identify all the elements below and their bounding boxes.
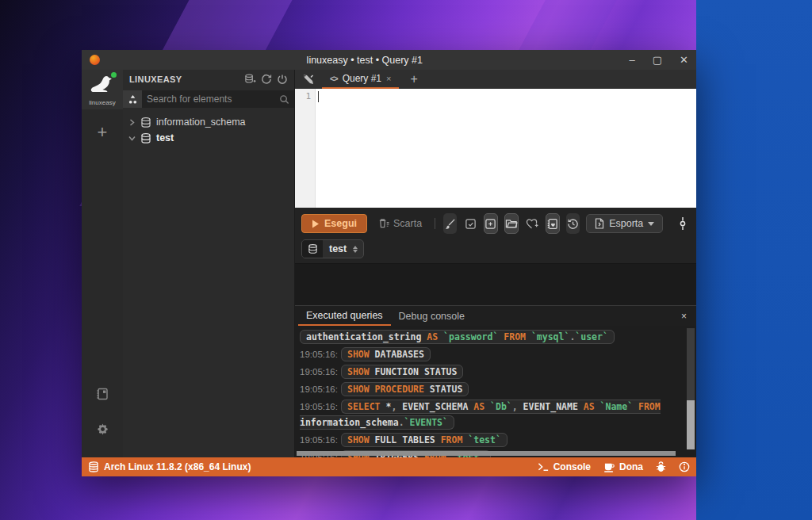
chevron-down-icon <box>128 136 136 141</box>
vertical-scrollbar[interactable] <box>687 328 695 449</box>
console-panel: Executed queries Debug console × authent… <box>295 305 696 457</box>
tree-item-test[interactable]: test <box>123 130 294 146</box>
log-entry: 19:05:16:SHOW FUNCTION STATUS <box>300 364 682 380</box>
add-connection-button[interactable]: + <box>98 124 108 141</box>
caret-down-icon <box>648 222 654 226</box>
maximize-button[interactable]: ▢ <box>653 54 662 66</box>
connection-label: linuxeasy <box>82 99 123 106</box>
disconnect-power-icon[interactable] <box>277 74 288 85</box>
settings-gear-icon[interactable] <box>95 422 110 437</box>
titlebar[interactable]: linuxeasy • test • Query #1 – ▢ ✕ <box>82 50 696 70</box>
schema-selector-value: test <box>323 243 353 254</box>
code-icon: <> <box>330 75 338 83</box>
tab-executed-queries[interactable]: Executed queries <box>298 306 391 326</box>
tab-close-icon[interactable]: × <box>386 74 391 83</box>
notes-icon[interactable] <box>95 387 109 401</box>
new-database-icon[interactable] <box>244 74 256 85</box>
database-tree: information_schema test <box>123 111 294 149</box>
sql-editor: 1 <box>295 89 696 208</box>
tab-debug-console[interactable]: Debug console <box>391 306 473 326</box>
saved-queries-notebook-icon[interactable] <box>546 213 560 234</box>
search-icon <box>279 94 289 105</box>
console-toggle-button[interactable]: Console <box>538 461 591 472</box>
about-info-icon[interactable] <box>679 461 690 472</box>
format-brush-icon[interactable] <box>443 213 458 234</box>
app-icon <box>90 55 100 65</box>
horizontal-scrollbar-thumb[interactable] <box>297 451 676 456</box>
add-favorite-heart-icon[interactable] <box>525 213 539 234</box>
database-icon <box>140 133 151 143</box>
status-bar: Arch Linux 11.8.2 (x86_64 Linux) Console… <box>82 457 696 476</box>
unfold-icon <box>353 246 358 253</box>
window-title: linuxeasy • test • Query #1 <box>100 55 630 66</box>
server-database-icon <box>88 461 99 472</box>
run-button[interactable]: Esegui <box>301 214 367 233</box>
log-entry: 19:05:16:SELECT *, EVENT_SCHEMA AS `Db`,… <box>300 399 682 430</box>
refresh-icon[interactable] <box>261 74 272 85</box>
schema-selector[interactable]: test <box>301 239 364 258</box>
close-button[interactable]: ✕ <box>680 54 688 66</box>
toolbar-divider <box>435 218 435 229</box>
tab-query-1[interactable]: <> Query #1 × <box>322 70 399 89</box>
discard-button[interactable]: Scarta <box>373 215 427 232</box>
tools-wrench-icon[interactable] <box>295 70 322 89</box>
tab-label: Query #1 <box>343 73 381 84</box>
query-commit-icon[interactable] <box>676 213 690 234</box>
horizontal-scrollbar[interactable] <box>297 451 684 456</box>
tree-item-information-schema[interactable]: information_schema <box>123 114 294 130</box>
run-button-label: Esegui <box>324 218 357 229</box>
console-close-icon[interactable]: × <box>675 311 693 322</box>
app-window: linuxeasy • test • Query #1 – ▢ ✕ linuxe… <box>82 50 696 476</box>
wallpaper-blue-band <box>696 0 812 520</box>
tree-item-label: test <box>156 132 174 143</box>
text-cursor <box>318 91 319 102</box>
export-button-label: Esporta <box>609 218 643 229</box>
search-input[interactable] <box>142 94 279 105</box>
results-area <box>295 263 696 305</box>
save-file-icon[interactable] <box>463 213 477 234</box>
save-file-as-icon[interactable] <box>484 213 498 234</box>
log-entry: authentication_string AS `password` FROM… <box>300 329 682 345</box>
tree-item-label: information_schema <box>156 117 246 128</box>
minimize-button[interactable]: – <box>630 54 635 66</box>
connection-rail: linuxeasy + <box>82 70 123 457</box>
sea-lion-logo-icon <box>90 74 115 94</box>
search-filter-icon[interactable] <box>123 90 142 108</box>
log-entry: 19:05:16:SHOW FULL TABLES FROM `test` <box>300 432 682 448</box>
log-entry: 19:05:16:SHOW PROCEDURE STATUS <box>300 381 682 397</box>
query-log: authentication_string AS `password` FROM… <box>295 326 696 457</box>
export-button[interactable]: Esporta <box>586 214 663 233</box>
new-tab-button[interactable]: + <box>399 70 428 89</box>
donate-button[interactable]: Dona <box>603 461 643 472</box>
connection-status-dot <box>111 72 117 78</box>
line-number: 1 <box>295 89 316 208</box>
donate-label: Dona <box>619 461 643 472</box>
open-file-icon[interactable] <box>504 213 519 234</box>
discard-button-label: Scarta <box>393 218 422 229</box>
connection-item-linuxeasy[interactable]: linuxeasy <box>82 70 123 109</box>
tab-strip: <> Query #1 × + <box>295 70 696 89</box>
vertical-scrollbar-thumb[interactable] <box>687 400 695 449</box>
bug-report-icon[interactable] <box>656 461 666 472</box>
database-icon <box>302 240 323 258</box>
query-toolbar: Esegui Scarta <box>295 208 696 263</box>
console-toggle-label: Console <box>553 461 591 472</box>
sidebar: LINUXEASY <box>123 70 295 457</box>
chevron-right-icon <box>128 119 136 126</box>
editor-area[interactable] <box>316 89 696 208</box>
database-icon <box>140 117 151 128</box>
server-version-text: Arch Linux 11.8.2 (x86_64 Linux) <box>104 461 251 472</box>
connection-name-heading: LINUXEASY <box>129 75 239 84</box>
log-entry: 19:05:16:SHOW DATABASES <box>300 346 682 362</box>
history-icon[interactable] <box>566 213 580 234</box>
